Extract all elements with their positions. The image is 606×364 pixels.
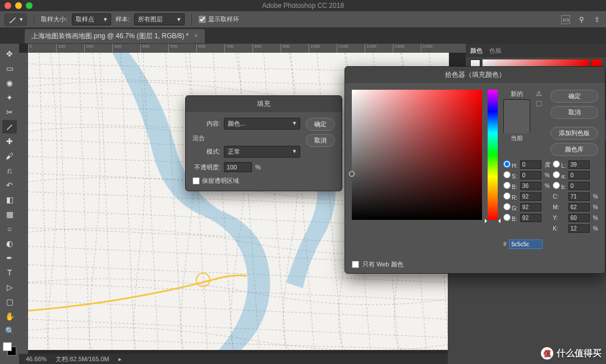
hue-slider-thumb[interactable] <box>485 219 501 221</box>
sample-label: 样本: <box>116 15 130 24</box>
fill-opacity-input[interactable] <box>224 162 252 172</box>
chevron-down-icon: ▾ <box>104 16 107 23</box>
fill-mode-select[interactable]: 正常▾ <box>224 146 300 158</box>
close-tab-icon[interactable]: × <box>194 32 198 40</box>
toolbox: ✥ ▭ ◉ ✦ ✂ ✚ 🖌 ⎌ ↶ ◧ ▦ ○ ◐ ✒ T ▷ ▢ ✋ 🔍 <box>0 44 19 364</box>
m-input[interactable] <box>568 203 590 211</box>
h-radio[interactable]: H: <box>503 160 518 169</box>
a-radio[interactable]: a: <box>553 171 566 179</box>
marquee-tool[interactable]: ▭ <box>2 62 17 75</box>
type-tool[interactable]: T <box>2 266 17 279</box>
document-info[interactable]: 文档:82.5M/165.0M <box>56 355 109 363</box>
watermark-logo-icon: 值 <box>541 347 553 360</box>
lasso-tool[interactable]: ◉ <box>2 76 17 90</box>
g-radio[interactable]: G: <box>503 203 518 211</box>
fill-ok-button[interactable]: 确定 <box>306 118 335 131</box>
blue-radio[interactable]: B: <box>503 214 518 222</box>
preserve-transparency-checkbox[interactable]: 保留透明区域 <box>192 177 300 185</box>
path-selection-tool[interactable]: ▷ <box>2 280 17 294</box>
m-label: M: <box>553 204 566 210</box>
c-input[interactable] <box>568 192 590 201</box>
maximize-window-icon[interactable] <box>26 2 33 9</box>
new-color-label: 新的 <box>503 90 530 98</box>
r-radio[interactable]: R: <box>503 192 518 201</box>
chevron-right-icon[interactable]: ▸ <box>118 356 122 363</box>
color-field-cursor[interactable] <box>349 171 355 177</box>
move-tool[interactable]: ✥ <box>2 47 17 61</box>
h-input[interactable] <box>520 160 541 169</box>
new-color-swatch <box>504 100 530 117</box>
rectangle-tool[interactable]: ▢ <box>2 295 17 308</box>
workspace-icon[interactable]: ▭ <box>561 15 570 24</box>
chevron-down-icon: ▾ <box>293 148 296 156</box>
clone-stamp-tool[interactable]: ⎌ <box>2 164 17 177</box>
s-input[interactable] <box>520 171 541 179</box>
healing-brush-tool[interactable]: ✚ <box>2 135 17 148</box>
a-input[interactable] <box>568 171 590 179</box>
hand-tool[interactable]: ✋ <box>2 310 17 323</box>
eyedropper-tool[interactable] <box>2 120 17 133</box>
sample-select[interactable]: 所有图层▾ <box>134 13 185 25</box>
fill-dialog: 填充 内容: 颜色...▾ 混合 模式: 正常▾ 不透明度: % 保留透明区域 <box>185 95 342 191</box>
eraser-tool[interactable]: ◧ <box>2 193 17 206</box>
foreground-color[interactable] <box>3 342 12 351</box>
dodge-tool[interactable]: ◐ <box>2 237 17 250</box>
gradient-tool[interactable]: ▦ <box>2 208 17 221</box>
gamut-warning-icon[interactable]: ⚠ <box>536 90 542 98</box>
color-libraries-button[interactable]: 颜色库 <box>550 143 598 156</box>
document-tab[interactable]: 上海地图装饰画地图.png @ 46.7% (图层 1, RGB/8) * × <box>25 29 205 43</box>
lab-b-radio[interactable]: b: <box>553 182 566 190</box>
ruler-vertical[interactable] <box>19 53 28 364</box>
add-to-swatches-button[interactable]: 添加到色板 <box>550 127 598 140</box>
tab-swatches[interactable]: 色板 <box>489 44 502 57</box>
b-radio[interactable]: B: <box>503 182 518 190</box>
tool-preset-dropdown[interactable]: ▾ <box>4 13 27 26</box>
g-input[interactable] <box>520 203 541 211</box>
y-input[interactable] <box>568 214 590 222</box>
close-window-icon[interactable] <box>4 2 11 9</box>
color-ok-button[interactable]: 确定 <box>550 90 598 103</box>
color-cancel-button[interactable]: 取消 <box>550 106 598 119</box>
window-controls <box>4 2 33 9</box>
web-colors-only-checkbox[interactable]: 只有 Web 颜色 <box>345 256 605 273</box>
history-brush-tool[interactable]: ↶ <box>2 178 17 192</box>
search-icon[interactable]: ⚲ <box>577 15 586 24</box>
fill-cancel-button[interactable]: 取消 <box>306 134 335 147</box>
s-radio[interactable]: S: <box>503 171 518 179</box>
foreground-background-colors[interactable] <box>3 342 16 356</box>
zoom-tool[interactable]: 🔍 <box>2 324 17 338</box>
minimize-window-icon[interactable] <box>15 2 22 9</box>
brightness-input[interactable] <box>520 182 541 190</box>
hex-input[interactable] <box>509 239 543 249</box>
chevron-down-icon: ▾ <box>293 119 296 128</box>
k-input[interactable] <box>568 224 590 233</box>
cube-icon[interactable]: ⬚ <box>536 99 542 107</box>
lab-b-input[interactable] <box>568 182 590 190</box>
pen-tool[interactable]: ✒ <box>2 251 17 265</box>
tab-color[interactable]: 颜色 <box>470 44 483 57</box>
magic-wand-tool[interactable]: ✦ <box>2 91 17 104</box>
r-input[interactable] <box>520 192 541 201</box>
show-sample-ring-checkbox[interactable]: 显示取样环 <box>199 15 239 24</box>
dialog-title: 填充 <box>186 96 342 112</box>
hue-slider[interactable] <box>488 90 498 220</box>
crop-tool[interactable]: ✂ <box>2 105 17 119</box>
k-label: K: <box>553 225 566 232</box>
ruler-horizontal[interactable]: 0100200300400500600700800900100011001200… <box>28 44 466 53</box>
watermark: 值 什么值得买 <box>541 347 602 360</box>
options-bar: ▾ 取样大小: 取样点▾ 样本: 所有图层▾ 显示取样环 ▭ ⚲ ⇪ <box>0 11 606 28</box>
titlebar: Adobe Photoshop CC 2018 <box>0 0 606 11</box>
share-icon[interactable]: ⇪ <box>593 15 602 24</box>
current-color-swatch <box>504 117 530 133</box>
zoom-level[interactable]: 46.66% <box>26 356 47 362</box>
blend-section-label: 混合 <box>192 134 300 142</box>
blue-input[interactable] <box>520 214 541 222</box>
color-compare-swatch <box>503 99 530 133</box>
sample-size-select[interactable]: 取样点▾ <box>72 13 111 25</box>
brush-tool[interactable]: 🖌 <box>2 149 17 163</box>
l-radio[interactable]: L: <box>553 160 566 169</box>
color-field[interactable] <box>352 90 482 220</box>
l-input[interactable] <box>568 160 590 169</box>
blur-tool[interactable]: ○ <box>2 222 17 236</box>
fill-content-select[interactable]: 颜色...▾ <box>224 118 300 130</box>
